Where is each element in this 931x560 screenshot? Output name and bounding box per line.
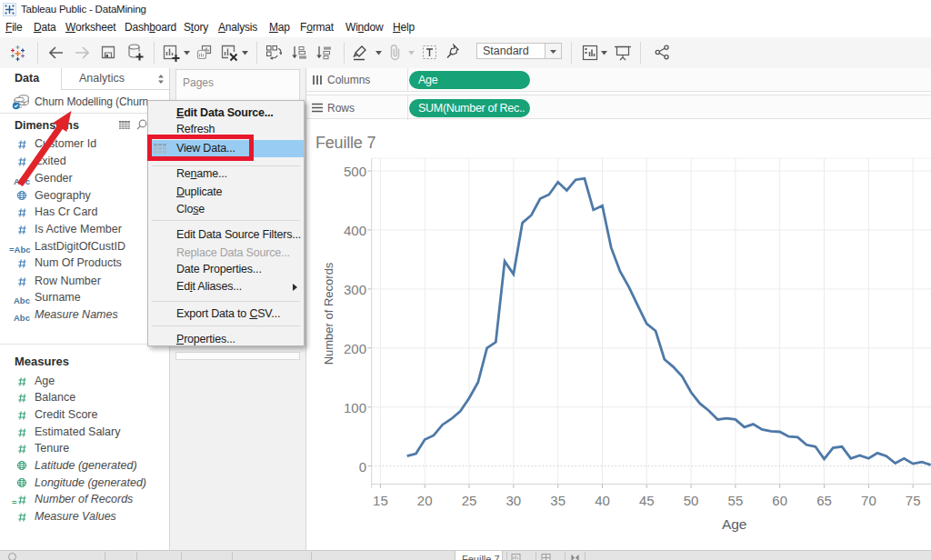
svg-text:50: 50 xyxy=(684,493,699,508)
svg-text:15: 15 xyxy=(373,493,388,508)
svg-text:400: 400 xyxy=(344,223,366,238)
svg-text:70: 70 xyxy=(861,493,876,508)
svg-text:35: 35 xyxy=(550,493,566,508)
svg-text:Number of Records: Number of Records xyxy=(322,262,335,365)
svg-text:65: 65 xyxy=(816,493,832,508)
svg-text:500: 500 xyxy=(344,164,366,179)
svg-text:300: 300 xyxy=(344,282,366,297)
svg-text:200: 200 xyxy=(344,341,366,356)
svg-text:20: 20 xyxy=(417,493,433,508)
svg-text:45: 45 xyxy=(639,493,655,508)
svg-text:75: 75 xyxy=(906,493,921,508)
svg-text:55: 55 xyxy=(728,493,744,508)
svg-text:40: 40 xyxy=(595,493,610,508)
svg-text:0: 0 xyxy=(359,459,366,475)
svg-text:Age: Age xyxy=(722,516,747,532)
svg-text:60: 60 xyxy=(772,493,787,508)
svg-text:25: 25 xyxy=(462,493,477,508)
svg-text:30: 30 xyxy=(506,493,521,508)
svg-text:100: 100 xyxy=(344,400,366,415)
